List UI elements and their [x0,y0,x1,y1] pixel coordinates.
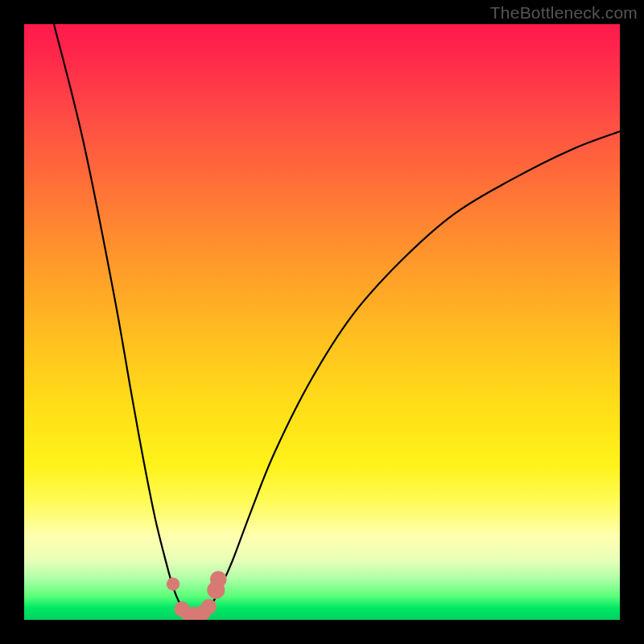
bottleneck-curve [54,24,620,616]
plot-area [24,24,620,620]
chart-frame: TheBottleneck.com [0,0,644,644]
watermark-text: TheBottleneck.com [490,3,638,23]
curve-marker [167,577,180,590]
curve-marker [201,599,217,614]
curve-layer [24,24,620,620]
curve-marker [210,571,227,588]
